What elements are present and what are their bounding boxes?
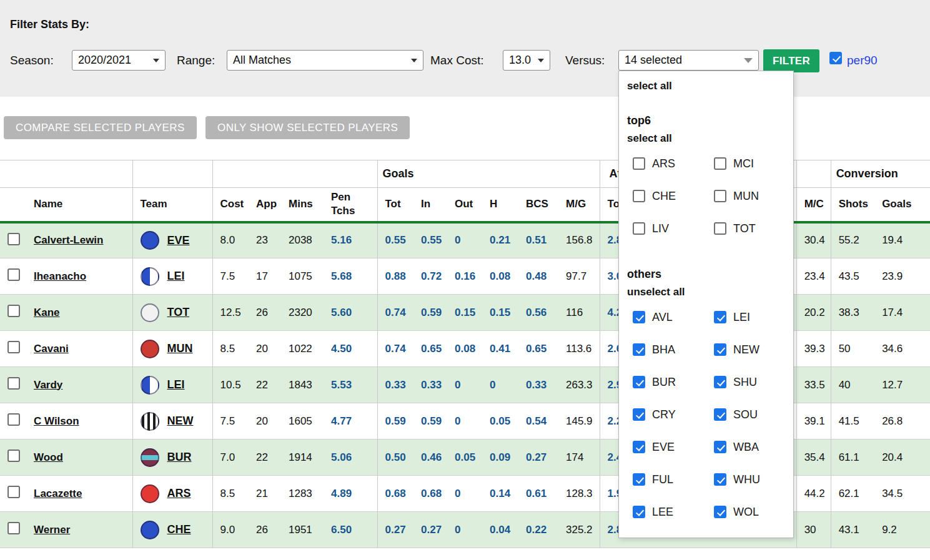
row-select-checkbox[interactable] bbox=[7, 341, 20, 353]
cell-mg: 97.7 bbox=[558, 258, 600, 295]
team-checkbox[interactable] bbox=[633, 311, 645, 323]
range-select[interactable]: All Matches bbox=[227, 50, 423, 71]
team-option-BUR[interactable]: BUR bbox=[633, 376, 708, 388]
row-select-checkbox[interactable] bbox=[7, 449, 20, 462]
team-option-TOT[interactable]: TOT bbox=[714, 222, 793, 235]
team-link[interactable]: EVE bbox=[167, 234, 190, 247]
team-checkbox[interactable] bbox=[714, 506, 726, 518]
select-all-link[interactable]: select all bbox=[627, 80, 793, 92]
player-name-link[interactable]: Cavani bbox=[34, 343, 69, 355]
cell-cost: 9.0 bbox=[212, 512, 249, 548]
cell-mins: 1843 bbox=[281, 367, 324, 403]
team-checkbox[interactable] bbox=[714, 343, 726, 356]
team-checkbox[interactable] bbox=[714, 222, 726, 235]
team-option-WHU[interactable]: WHU bbox=[714, 473, 793, 486]
team-option-SHU[interactable]: SHU bbox=[714, 376, 793, 388]
team-option-NEW[interactable]: NEW bbox=[714, 343, 793, 356]
team-checkbox[interactable] bbox=[633, 506, 645, 518]
row-select-checkbox[interactable] bbox=[7, 522, 20, 534]
season-select[interactable]: 2020/2021 bbox=[72, 50, 166, 71]
team-option-ARS[interactable]: ARS bbox=[633, 157, 708, 170]
group-conversion: Conversion bbox=[831, 160, 930, 188]
team-checkbox[interactable] bbox=[714, 408, 726, 421]
team-checkbox[interactable] bbox=[714, 441, 726, 453]
team-option-BHA[interactable]: BHA bbox=[633, 343, 708, 356]
team-link[interactable]: LEI bbox=[167, 270, 185, 283]
player-name-link[interactable]: Werner bbox=[34, 524, 70, 536]
team-link[interactable]: CHE bbox=[167, 523, 191, 536]
player-name-link[interactable]: Iheanacho bbox=[34, 270, 86, 282]
team-option-LEI[interactable]: LEI bbox=[714, 311, 793, 323]
team-checkbox[interactable] bbox=[633, 376, 645, 388]
versus-multiselect[interactable]: 14 selected bbox=[618, 50, 759, 71]
team-option-WBA[interactable]: WBA bbox=[714, 441, 793, 453]
team-checkbox[interactable] bbox=[633, 441, 645, 453]
team-checkbox[interactable] bbox=[714, 473, 726, 486]
row-select-checkbox[interactable] bbox=[7, 486, 20, 498]
team-checkbox[interactable] bbox=[714, 190, 726, 202]
team-checkbox[interactable] bbox=[633, 222, 645, 235]
team-option-CHE[interactable]: CHE bbox=[633, 190, 708, 202]
team-option-MCI[interactable]: MCI bbox=[714, 157, 793, 170]
player-name-link[interactable]: C Wilson bbox=[34, 415, 79, 427]
per90-checkbox[interactable] bbox=[829, 52, 842, 64]
row-select-checkbox[interactable] bbox=[7, 233, 20, 245]
cell-tot: 0.74 bbox=[377, 331, 413, 367]
team-checkbox[interactable] bbox=[714, 311, 726, 323]
col-app: App bbox=[249, 188, 281, 222]
row-select-checkbox[interactable] bbox=[7, 305, 20, 317]
row-select-checkbox[interactable] bbox=[7, 377, 20, 390]
cell-shots: 43.5 bbox=[831, 258, 874, 295]
team-option-LEE[interactable]: LEE bbox=[633, 506, 708, 518]
team-option-label: TOT bbox=[733, 222, 756, 235]
team-option-label: LIV bbox=[652, 222, 669, 235]
team-checkbox[interactable] bbox=[633, 157, 645, 170]
filter-button[interactable]: FILTER bbox=[763, 49, 819, 72]
compare-selected-button[interactable]: COMPARE SELECTED PLAYERS bbox=[4, 116, 197, 139]
cell-tot: 0.55 bbox=[377, 222, 413, 258]
team-option-AVL[interactable]: AVL bbox=[633, 311, 708, 323]
team-option-SOU[interactable]: SOU bbox=[714, 408, 793, 421]
team-option-label: ARS bbox=[652, 157, 675, 170]
player-name-link[interactable]: Wood bbox=[34, 451, 63, 463]
cell-pen: 4.50 bbox=[324, 331, 377, 367]
team-list-0: ARSMCICHEMUNLIVTOT bbox=[627, 157, 793, 235]
cell-mc: 23.4 bbox=[796, 258, 831, 295]
team-checkbox[interactable] bbox=[633, 190, 645, 202]
team-link[interactable]: TOT bbox=[167, 306, 190, 319]
team-link[interactable]: MUN bbox=[167, 342, 193, 355]
cell-mc: 39.1 bbox=[796, 403, 831, 440]
cell-app: 20 bbox=[249, 331, 281, 367]
team-checkbox[interactable] bbox=[714, 157, 726, 170]
team-checkbox[interactable] bbox=[633, 473, 645, 486]
cell-pen: 5.60 bbox=[324, 295, 377, 331]
team-option-label: WOL bbox=[733, 506, 759, 518]
team-option-MUN[interactable]: MUN bbox=[714, 190, 793, 202]
col-goals-h: H bbox=[482, 188, 518, 222]
others-unselect-all-link[interactable]: unselect all bbox=[627, 286, 793, 298]
team-checkbox[interactable] bbox=[714, 376, 726, 388]
player-name-link[interactable]: Kane bbox=[34, 307, 60, 318]
top6-select-all-link[interactable]: select all bbox=[627, 132, 793, 145]
team-link[interactable]: BUR bbox=[167, 451, 192, 464]
team-badge bbox=[141, 267, 159, 286]
cell-tot: 0.33 bbox=[377, 367, 413, 403]
team-option-CRY[interactable]: CRY bbox=[633, 408, 708, 421]
player-name-link[interactable]: Calvert-Lewin bbox=[34, 234, 103, 246]
team-option-LIV[interactable]: LIV bbox=[633, 222, 708, 235]
team-option-WOL[interactable]: WOL bbox=[714, 506, 793, 518]
player-name-link[interactable]: Vardy bbox=[34, 379, 62, 391]
team-link[interactable]: ARS bbox=[167, 487, 191, 500]
team-link[interactable]: NEW bbox=[167, 415, 194, 428]
only-show-selected-button[interactable]: ONLY SHOW SELECTED PLAYERS bbox=[205, 116, 410, 139]
team-option-EVE[interactable]: EVE bbox=[633, 441, 708, 453]
team-checkbox[interactable] bbox=[633, 343, 645, 356]
max-cost-select[interactable]: 13.0 bbox=[503, 50, 550, 71]
team-checkbox[interactable] bbox=[633, 408, 645, 421]
player-name-link[interactable]: Lacazette bbox=[34, 488, 82, 499]
row-select-checkbox[interactable] bbox=[7, 413, 20, 426]
row-select-checkbox[interactable] bbox=[7, 268, 20, 281]
cell-mins: 1075 bbox=[281, 258, 324, 295]
team-link[interactable]: LEI bbox=[167, 378, 185, 391]
team-option-FUL[interactable]: FUL bbox=[633, 473, 708, 486]
